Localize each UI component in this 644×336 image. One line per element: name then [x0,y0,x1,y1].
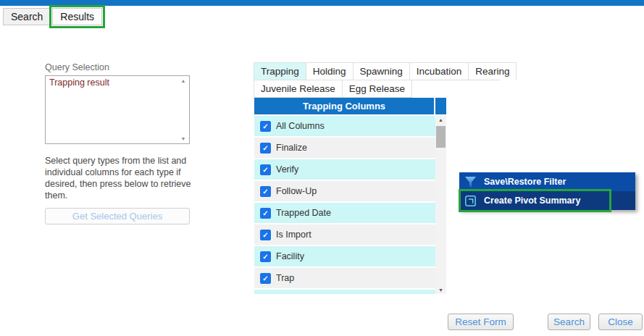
checkbox-checked-icon[interactable]: ✓ [260,273,271,284]
column-label: Facility [276,251,304,261]
top-accent-bar [0,0,644,6]
close-button[interactable]: Close [598,314,643,330]
record-type-tab[interactable]: Incubation [409,62,469,80]
query-selection-panel: Query Selection Trapping result ▲ ▼ Sele… [45,62,206,224]
column-checkbox-row[interactable]: ✓ Trap [254,268,435,288]
checkbox-checked-icon[interactable]: ✓ [260,230,271,240]
column-label: Finalize [276,143,307,153]
listbox-scrollbar[interactable]: ▲ ▼ [177,76,189,143]
search-button[interactable]: Search [548,314,590,330]
column-checkbox-row[interactable]: ✓ Is Import [254,224,435,245]
checkbox-checked-icon[interactable]: ✓ [260,251,271,262]
scrollbar-thumb[interactable] [436,126,446,148]
column-label: Is Import [276,230,311,240]
columns-header-cap [435,98,446,114]
create-pivot-summary-button[interactable]: Create Pivot Summary [459,191,635,210]
column-checkbox-row[interactable]: ✓ Follow-Up [254,181,435,201]
columns-list-header: Trapping Columns [254,98,434,114]
create-pivot-summary-label: Create Pivot Summary [484,196,580,206]
checkbox-checked-icon[interactable]: ✓ [260,164,271,175]
column-checkbox-row[interactable]: ✓ Finalize [254,138,435,158]
column-label: Verify [276,164,298,175]
checkbox-checked-icon[interactable]: ✓ [260,143,271,154]
filter-funnel-icon [464,176,477,188]
save-restore-filter-button[interactable]: Save\Restore Filter [459,172,635,191]
save-restore-filter-label: Save\Restore Filter [484,177,566,187]
record-type-tab[interactable]: Spawning [353,62,410,80]
record-type-tabs-row2: Juvenile Release Egg Release [254,80,412,98]
instructions-text: Select query types from the list and ind… [45,155,206,201]
query-list-item[interactable]: Trapping result [46,76,189,89]
column-checkbox-row[interactable]: ✓ Trapped Date [254,203,435,223]
scroll-up-icon[interactable]: ▲ [177,78,189,83]
reset-form-button[interactable]: Reset Form [448,314,514,330]
pivot-table-icon [464,195,477,207]
record-type-tab[interactable]: Egg Release [342,80,412,97]
column-checkbox-row[interactable]: ✓ Verify [254,159,435,180]
tab-search[interactable]: Search [3,8,51,25]
record-type-tab[interactable]: Rearing [468,62,517,80]
column-checkbox-row[interactable]: ✓ All Columns [254,116,435,136]
record-type-tab[interactable]: Juvenile Release [254,80,343,97]
columns-header-row: Trapping Columns [254,98,446,114]
partial-row [254,290,435,294]
scroll-down-icon[interactable]: ▼ [177,136,189,141]
column-label: Trap [276,273,294,283]
query-selection-listbox[interactable]: Trapping result ▲ ▼ [45,75,190,144]
columns-checkbox-list: ✓ All Columns ✓ Finalize ✓ Verify ✓ Foll… [254,116,435,288]
trapping-columns-panel: Trapping Columns ✓ All Columns ✓ Finaliz… [254,98,446,294]
record-type-tab[interactable]: Holding [306,62,354,80]
tab-results[interactable]: Results [52,8,102,25]
checkbox-checked-icon[interactable]: ✓ [260,208,271,219]
record-type-tabs-row1: Trapping Holding Spawning Incubation Rea… [254,62,500,80]
checkbox-checked-icon[interactable]: ✓ [260,121,271,132]
get-selected-queries-button[interactable]: Get Selected Queries [45,208,190,224]
column-label: Trapped Date [276,208,331,218]
query-list: Trapping result [46,76,189,89]
query-selection-label: Query Selection [45,62,206,72]
columns-scrollbar[interactable]: ▲ ▼ [435,116,446,294]
column-label: Follow-Up [276,186,317,196]
scroll-down-icon[interactable]: ▼ [435,287,446,293]
record-type-tab[interactable]: Trapping [254,62,306,80]
column-label: All Columns [276,121,325,131]
column-checkbox-row[interactable]: ✓ Facility [254,246,435,266]
main-tab-bar: Search Results [3,8,102,25]
filter-actions-panel: Save\Restore Filter Create Pivot Summary [459,172,635,210]
scroll-up-icon[interactable]: ▲ [435,117,446,122]
checkbox-checked-icon[interactable]: ✓ [260,186,271,197]
